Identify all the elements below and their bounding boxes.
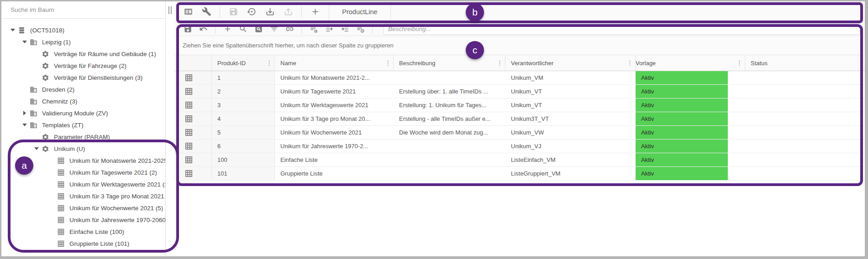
- status-badge-aktiv: Aktiv: [636, 167, 728, 180]
- restore-icon: [247, 7, 257, 16]
- tree-item-unikum-f-r-3-tage-pro-monat-2021-4[interactable]: Unikum für 3 Tage pro Monat 2021 (4): [1, 190, 165, 202]
- tree-item-vertr-ge-f-r-fahrzeuge-2[interactable]: Verträge für Fahrzeuge (2): [1, 60, 165, 72]
- table-row-101[interactable]: 101Gruppierte ListeListeGruppiert_VMAkti…: [174, 167, 865, 181]
- tree-item-vertr-ge-f-r-r-ume-und-geb-ude-1[interactable]: Verträge für Räume und Gebäude (1): [1, 48, 165, 60]
- tree-item-gruppierte-liste-101[interactable]: Gruppierte Liste (101): [1, 238, 165, 249]
- tree-search-input[interactable]: [1, 6, 165, 13]
- tab-productline[interactable]: ProductLine: [329, 1, 391, 22]
- column-menu-icon[interactable]: [384, 58, 391, 68]
- undo-button[interactable]: [197, 23, 210, 35]
- table-row-5[interactable]: 5Unikum für Wochenwerte 2021Die Woche wi…: [174, 126, 865, 140]
- save-button[interactable]: [226, 5, 241, 19]
- indent-icon: [341, 25, 349, 33]
- chevron-down-icon[interactable]: [8, 29, 18, 31]
- tree-item-unikum-u[interactable]: Unikum (U): [1, 143, 165, 155]
- column-header-vorlage[interactable]: Vorlage: [636, 55, 745, 71]
- column-header-produkt-id[interactable]: Produkt-ID: [212, 55, 275, 71]
- table-row-6[interactable]: 6Unikum für Jahreswerte 1970-2...Unikum_…: [174, 140, 865, 153]
- panel-view-button[interactable]: [181, 5, 195, 19]
- tree-item-chemnitz-3[interactable]: Chemnitz (3): [1, 95, 165, 107]
- cell-produkt-id: 1: [212, 71, 275, 84]
- filter-button[interactable]: [268, 23, 280, 35]
- cell-vorlage: Aktiv: [636, 71, 745, 84]
- column-header-verantwortlicher[interactable]: Verantwortlicher: [505, 55, 636, 71]
- tree-item-unikum-f-r-werktageswerte-2021-3[interactable]: Unikum für Werktageswerte 2021 (3): [1, 178, 165, 190]
- tree-item-label: Unikum für Jahreswerte 1970-2060 (6): [68, 217, 165, 223]
- table-row-2[interactable]: 2Unikum für Tageswerte 2021Erstellung üb…: [174, 85, 865, 98]
- group-by-dropzone[interactable]: Ziehen Sie eine Spaltenüberschrift hierh…: [174, 36, 865, 55]
- search-button[interactable]: [237, 23, 249, 35]
- panel-resize-handle[interactable]: [168, 6, 172, 14]
- tree-item-label: Verträge für Fahrzeuge (2): [53, 62, 126, 69]
- cell-beschreibung: Erstellung: 1. Unikum für Tages...: [394, 98, 505, 112]
- column-header-name[interactable]: Name: [275, 55, 394, 71]
- tree-item-unikum-f-r-jahreswerte-1970-2060-6[interactable]: Unikum für Jahreswerte 1970-2060 (6): [1, 214, 165, 226]
- tree-item-label: Verträge für Räume und Gebäude (1): [53, 51, 156, 57]
- save-layout-button[interactable]: [307, 23, 320, 35]
- grid-icon: [57, 228, 68, 236]
- reset-layout-button[interactable]: [354, 23, 367, 35]
- table-row-100[interactable]: 100Einfache ListeListeEinfach_VMAktiv: [174, 153, 865, 167]
- collapse-columns-button[interactable]: [323, 23, 336, 35]
- status-badge-aktiv: Aktiv: [636, 126, 728, 139]
- cell-verantwortlicher: Unikum3T_VT: [505, 112, 636, 125]
- upload-icon: [284, 7, 293, 16]
- column-menu-icon[interactable]: [496, 58, 503, 68]
- tree-item-dresden-2[interactable]: Dresden (2): [1, 83, 165, 95]
- add-row-button[interactable]: [221, 23, 234, 35]
- table-row-4[interactable]: 4Unikum für 3 Tage pro Monat 20...Erstel…: [174, 112, 865, 126]
- database-icon: [18, 26, 29, 34]
- save-button[interactable]: [181, 23, 194, 35]
- column-menu-icon[interactable]: [736, 58, 743, 68]
- column-menu-icon[interactable]: [626, 58, 633, 68]
- chevron-right-icon[interactable]: [20, 111, 30, 115]
- tree-item-parameter-param[interactable]: Parameter (PARAM): [1, 131, 165, 143]
- tree-item-validierung-module-zv[interactable]: Validierung Module (ZV): [1, 107, 165, 119]
- add-tab-button[interactable]: [308, 5, 322, 19]
- row-grid-icon: [174, 153, 212, 166]
- building-icon: [30, 86, 41, 93]
- tree-item-vertr-ge-f-r-dienstleistungen-3[interactable]: Verträge für Dienstleistungen (3): [1, 72, 165, 83]
- gear-icon: [42, 145, 53, 153]
- gear-icon: [42, 50, 53, 58]
- row-grid-icon: [174, 112, 212, 125]
- search-panel-button[interactable]: [252, 23, 265, 35]
- floppy-icon: [184, 25, 192, 33]
- column-header-beschreibung[interactable]: Beschreibung: [394, 55, 505, 71]
- tree-item-label: (OCT51018): [29, 27, 64, 34]
- wrench-icon: [202, 7, 211, 16]
- tree-item-label: Chemnitz (3): [41, 98, 77, 105]
- column-menu-icon[interactable]: [265, 58, 273, 68]
- cell-beschreibung: Erstellung über: 1. alle TimeIDs ...: [394, 85, 505, 98]
- description-filter-input[interactable]: [383, 24, 860, 35]
- chevron-down-icon[interactable]: [20, 124, 30, 126]
- tree-item-templates-zt[interactable]: Templates (ZT): [1, 119, 165, 131]
- status-badge-aktiv: Aktiv: [636, 112, 728, 125]
- tree-item-unikum-f-r-tageswerte-2021-2[interactable]: Unikum für Tageswerte 2021 (2): [1, 166, 165, 178]
- chevron-down-icon[interactable]: [32, 147, 42, 150]
- filter-icon: [270, 25, 279, 33]
- table-row-3[interactable]: 3Unikum für Werktageswerte 2021Erstellun…: [174, 98, 865, 112]
- undo-icon: [199, 25, 208, 33]
- tree-item-unikum-f-r-wochenwerte-2021-5[interactable]: Unikum für Wochenwerte 2021 (5): [1, 202, 165, 214]
- expand-columns-button[interactable]: [338, 23, 351, 35]
- upload-button[interactable]: [281, 5, 295, 19]
- wrench-button[interactable]: [199, 5, 214, 19]
- column-header-status[interactable]: Status: [745, 55, 865, 71]
- table-row-1[interactable]: 1Unikum für Monatswerte 2021-2...Unikum_…: [174, 71, 865, 85]
- link-icon: [285, 25, 294, 33]
- chevron-down-icon[interactable]: [20, 41, 30, 43]
- cell-status: [745, 71, 865, 84]
- download-button[interactable]: [263, 5, 277, 19]
- listsave-icon: [310, 25, 318, 33]
- tree-item-einfache-liste-100[interactable]: Einfache Liste (100): [1, 226, 165, 238]
- tree-item-label: Validierung Module (ZV): [41, 110, 108, 117]
- tree-item-leipzig-1[interactable]: Leipzig (1): [1, 36, 165, 48]
- tree-item-oct51018[interactable]: (OCT51018): [1, 24, 165, 36]
- grid-icon: [57, 181, 68, 188]
- cell-vorlage: Aktiv: [636, 126, 745, 139]
- restore-button[interactable]: [244, 5, 259, 19]
- outdent-icon: [325, 25, 334, 33]
- link-button[interactable]: [283, 23, 296, 35]
- tree-item-unikum-f-r-monatswerte-2021-2025-1[interactable]: Unikum für Monatswerte 2021-2025 (1): [1, 155, 165, 166]
